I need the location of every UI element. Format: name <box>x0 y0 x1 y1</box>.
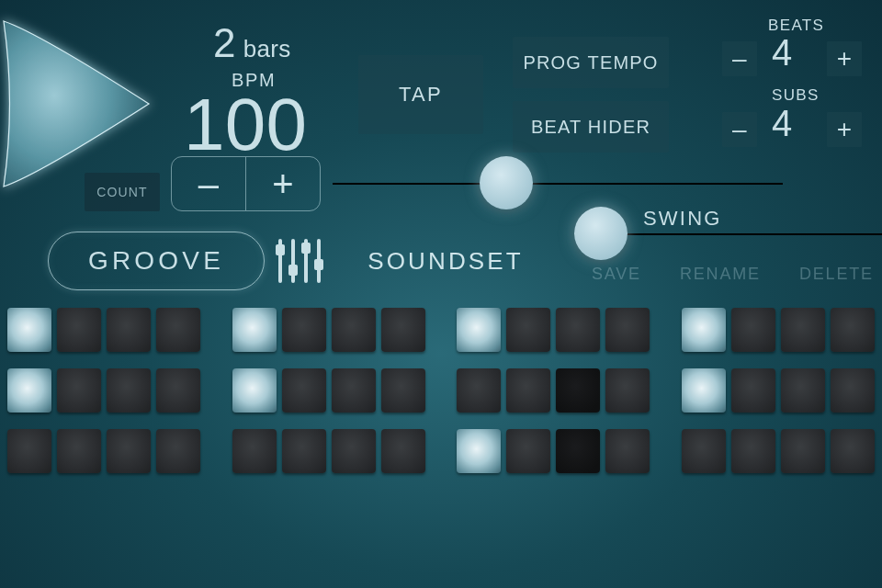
beat-cell[interactable] <box>831 308 875 352</box>
beat-cell[interactable] <box>831 368 875 413</box>
beat-row <box>0 429 882 490</box>
beat-cell[interactable] <box>156 429 200 473</box>
tap-button[interactable]: TAP <box>358 55 483 134</box>
prog-tempo-label: PROG TEMPO <box>523 52 658 74</box>
beat-cell[interactable] <box>682 308 726 352</box>
beat-cell[interactable] <box>57 308 101 352</box>
beat-cell[interactable] <box>682 368 726 413</box>
bpm-plus-button[interactable]: + <box>246 157 320 210</box>
beat-cell[interactable] <box>781 308 825 352</box>
beat-cell[interactable] <box>457 368 501 413</box>
swing-slider-track <box>588 233 882 235</box>
beat-cell[interactable] <box>381 368 425 413</box>
beat-cell[interactable] <box>232 368 277 413</box>
tap-label: TAP <box>399 83 443 107</box>
beat-cell[interactable] <box>506 308 550 352</box>
soundset-label: SOUNDSET <box>368 247 523 276</box>
beat-group <box>7 368 200 413</box>
beat-cell[interactable] <box>7 429 51 473</box>
beat-group <box>682 429 875 473</box>
beat-cell[interactable] <box>506 429 550 473</box>
beat-cell[interactable] <box>57 368 101 413</box>
beat-cell[interactable] <box>57 429 101 473</box>
beat-cell[interactable] <box>7 368 51 413</box>
beat-cell[interactable] <box>506 368 550 413</box>
play-button[interactable] <box>0 7 167 200</box>
beat-cell[interactable] <box>781 429 825 473</box>
beat-grid <box>0 308 882 490</box>
beat-cell[interactable] <box>107 429 151 473</box>
count-label: COUNT <box>96 185 147 199</box>
beat-cell[interactable] <box>282 368 326 413</box>
soundset-button[interactable]: SOUNDSET <box>340 232 551 290</box>
tempo-slider-track <box>333 183 783 185</box>
beat-hider-label: BEAT HIDER <box>531 117 650 138</box>
beat-row <box>0 368 882 429</box>
tempo-slider[interactable] <box>333 165 783 202</box>
delete-button[interactable]: DELETE <box>799 265 874 284</box>
beat-group <box>232 308 425 352</box>
beat-cell[interactable] <box>781 368 825 413</box>
beat-cell[interactable] <box>107 308 151 352</box>
subs-minus-button[interactable]: – <box>722 112 757 147</box>
bars-label: bars <box>243 35 291 63</box>
mixer-icon[interactable] <box>276 237 325 285</box>
beat-cell[interactable] <box>332 308 376 352</box>
beat-cell[interactable] <box>232 308 277 352</box>
rename-button[interactable]: RENAME <box>680 265 761 284</box>
beat-group <box>232 368 425 413</box>
beat-cell[interactable] <box>332 429 376 473</box>
prog-tempo-button[interactable]: PROG TEMPO <box>513 37 669 88</box>
beats-plus-button[interactable]: + <box>827 41 862 76</box>
bpm-minus-button[interactable]: – <box>172 157 246 210</box>
beat-cell[interactable] <box>556 368 600 413</box>
beat-cell[interactable] <box>556 429 600 473</box>
beat-hider-button[interactable]: BEAT HIDER <box>513 101 669 153</box>
beats-value: 4 <box>772 32 793 74</box>
groove-button[interactable]: GROOVE <box>48 232 265 290</box>
beat-group <box>7 308 200 352</box>
beat-group <box>7 429 200 473</box>
beat-cell[interactable] <box>731 429 775 473</box>
beat-cell[interactable] <box>731 308 775 352</box>
beat-cell[interactable] <box>7 308 51 352</box>
beat-cell[interactable] <box>282 308 326 352</box>
beat-cell[interactable] <box>381 429 425 473</box>
beat-cell[interactable] <box>556 308 600 352</box>
bpm-value: 100 <box>184 83 307 167</box>
subs-value: 4 <box>772 103 793 144</box>
beat-cell[interactable] <box>282 429 326 473</box>
beat-cell[interactable] <box>731 368 775 413</box>
beat-cell[interactable] <box>156 308 200 352</box>
beats-minus-button[interactable]: – <box>722 41 757 76</box>
count-button[interactable]: COUNT <box>85 173 160 211</box>
beat-cell[interactable] <box>605 368 650 413</box>
beat-cell[interactable] <box>332 368 376 413</box>
beat-group <box>457 308 650 352</box>
beat-group <box>457 368 650 413</box>
swing-slider[interactable] <box>588 216 882 253</box>
beat-cell[interactable] <box>457 429 501 473</box>
beat-cell[interactable] <box>457 308 501 352</box>
beat-group <box>682 308 875 352</box>
beat-cell[interactable] <box>232 429 277 473</box>
tempo-slider-knob[interactable] <box>480 156 533 209</box>
subs-label: SUBS <box>772 86 820 105</box>
beat-cell[interactable] <box>107 368 151 413</box>
beat-cell[interactable] <box>156 368 200 413</box>
beat-group <box>682 368 875 413</box>
bpm-stepper: – + <box>171 156 321 211</box>
beat-group <box>232 429 425 473</box>
beat-group <box>457 429 650 473</box>
bars-value[interactable]: 2 <box>213 20 236 66</box>
subs-plus-button[interactable]: + <box>827 112 862 147</box>
beat-cell[interactable] <box>682 429 726 473</box>
beat-cell[interactable] <box>831 429 875 473</box>
beat-cell[interactable] <box>381 308 425 352</box>
swing-slider-knob[interactable] <box>574 207 628 260</box>
save-button[interactable]: SAVE <box>592 265 641 284</box>
groove-label: GROOVE <box>88 246 224 276</box>
beat-cell[interactable] <box>605 429 650 473</box>
beat-cell[interactable] <box>605 308 650 352</box>
beat-row <box>0 308 882 368</box>
